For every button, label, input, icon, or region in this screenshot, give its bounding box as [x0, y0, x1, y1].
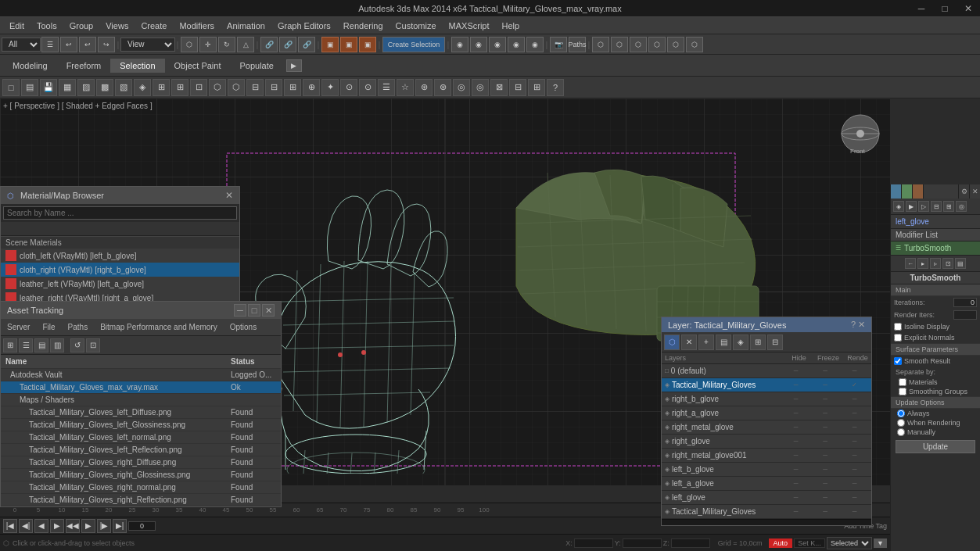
always-radio[interactable] [897, 410, 905, 417]
icon-group21[interactable]: ⊠ [490, 79, 508, 96]
layer-tb-7[interactable]: ⊟ [767, 335, 783, 350]
tab-freeform[interactable]: Freeform [57, 59, 111, 73]
rs-ico-10[interactable]: ⊡ [942, 258, 953, 269]
at-tb-3[interactable]: ▤ [34, 338, 48, 352]
next-frame-btn[interactable]: ▶ [81, 519, 95, 533]
layer-tb-1[interactable]: ⬡ [664, 335, 680, 350]
prev-frame-btn[interactable]: ◀ [34, 519, 48, 533]
menu-modifiers[interactable]: Modifiers [173, 20, 221, 32]
icon-group14[interactable]: ⊙ [359, 79, 376, 96]
filter-dropdown[interactable]: All [2, 38, 41, 52]
menu-group[interactable]: Group [63, 20, 100, 32]
icon-group3[interactable]: ▩ [96, 79, 113, 96]
tb-btn-1[interactable]: ☰ [41, 37, 59, 52]
menu-create[interactable]: Create [135, 20, 173, 32]
layer-row-8[interactable]: ◈left_a_glove─── [662, 477, 871, 491]
asset-row-10[interactable]: Tactical_Military_Gloves_right_Reflectio… [1, 494, 281, 506]
coord-y-input[interactable] [623, 538, 662, 548]
rs-settings-icon[interactable]: ⚙ [958, 184, 969, 199]
at-tb-5[interactable]: ↺ [70, 338, 84, 352]
icon-group7[interactable]: ⊡ [190, 79, 207, 96]
tab-object-paint[interactable]: Object Paint [165, 59, 231, 73]
tb-green-3[interactable]: ▣ [359, 37, 376, 52]
rs-ico-1[interactable]: ◈ [893, 201, 904, 212]
layer-row-2[interactable]: ◈right_b_glove─── [662, 392, 871, 406]
layer-row-1[interactable]: ◈Tactical_Military_Gloves──✓ [662, 378, 871, 392]
icon-save[interactable]: 💾 [40, 79, 57, 96]
icon-mirror[interactable]: ⬡ [228, 79, 245, 96]
layer-question-btn[interactable]: ? [851, 320, 856, 330]
manually-radio[interactable] [897, 428, 905, 436]
materials-checkbox[interactable] [899, 378, 906, 386]
filter-btn[interactable]: ▼ [874, 538, 887, 548]
asset-row-7[interactable]: Tactical_Military_Gloves_right_Diffuse.p… [1, 456, 281, 469]
rs-tab-1[interactable] [891, 184, 902, 199]
asset-row-6[interactable]: Tactical_Military_Gloves_left_Reflection… [1, 444, 281, 456]
rs-ico-4[interactable]: ⊟ [931, 201, 942, 212]
asset-row-5[interactable]: Tactical_Military_Gloves_left_normal.png… [1, 431, 281, 444]
at-menu-paths[interactable]: Paths [62, 321, 95, 333]
tb-green-1[interactable]: ▣ [321, 37, 339, 52]
tab-populate[interactable]: Populate [230, 59, 282, 73]
smooth-checkbox[interactable] [894, 357, 902, 365]
tab-selection[interactable]: Selection [110, 59, 164, 73]
menu-animation[interactable]: Animation [221, 20, 271, 32]
frame-input[interactable] [128, 521, 156, 531]
icon-group12[interactable]: ✦ [321, 79, 339, 96]
layer-tb-3[interactable]: + [698, 335, 714, 350]
rs-close-icon[interactable]: ✕ [969, 184, 980, 199]
prev-key-btn[interactable]: ◀| [19, 519, 33, 533]
layer-row-0[interactable]: □0 (default)─── [662, 364, 871, 378]
auto-key-btn[interactable]: Auto [769, 538, 793, 548]
layer-row-6[interactable]: ◈right_metal_glove001─── [662, 449, 871, 463]
mat-item-0[interactable]: cloth_left (VRayMtl) [left_b_glove] [1, 249, 239, 263]
icon-layer[interactable]: ⊞ [153, 79, 170, 96]
explicit-checkbox[interactable] [894, 334, 902, 342]
rs-ico-6[interactable]: ◎ [956, 201, 967, 212]
icon-group13[interactable]: ⊙ [340, 79, 357, 96]
maximize-button[interactable]: □ [933, 0, 957, 17]
at-close-btn[interactable]: ✕ [262, 304, 275, 317]
coord-z-input[interactable] [671, 538, 710, 548]
mat-item-2[interactable]: leather_left (VRayMtl) [left_a_glove] [1, 277, 239, 291]
material-browser-search[interactable] [3, 206, 237, 220]
menu-graph-editors[interactable]: Graph Editors [271, 20, 337, 32]
menu-edit[interactable]: Edit [3, 20, 31, 32]
at-menu-server[interactable]: Server [1, 321, 36, 333]
asset-row-3[interactable]: Tactical_Military_Gloves_left_Diffuse.pn… [1, 406, 281, 419]
minimize-button[interactable]: ─ [910, 0, 933, 17]
key-start-btn[interactable]: |◀ [3, 519, 17, 533]
at-menu-options[interactable]: Options [224, 321, 263, 333]
layer-row-9[interactable]: ◈left_glove─── [662, 491, 871, 505]
menu-maxscript[interactable]: MAXScript [443, 20, 496, 32]
icon-group1[interactable]: ▦ [59, 79, 76, 96]
asset-row-4[interactable]: Tactical_Military_Gloves_left_Glossiness… [1, 419, 281, 431]
turbosmooth-modifier[interactable]: ☰ TurboSmooth [891, 242, 980, 256]
create-selection-btn[interactable]: Create Selection [382, 37, 445, 52]
scale-btn[interactable]: △ [237, 37, 254, 52]
tb-misc-1[interactable]: ◉ [451, 37, 468, 52]
rs-tab-3[interactable] [913, 184, 924, 199]
material-browser-close[interactable]: ✕ [225, 190, 233, 201]
asset-row-0[interactable]: Autodesk VaultLogged O... [1, 369, 281, 381]
close-button[interactable]: ✕ [957, 0, 980, 17]
render-btn-4[interactable]: ⬡ [648, 37, 666, 52]
icon-group9[interactable]: ⊟ [265, 79, 282, 96]
icon-group15[interactable]: ☰ [378, 79, 395, 96]
layer-tb-2[interactable]: ✕ [681, 335, 697, 350]
menu-rendering[interactable]: Rendering [337, 20, 389, 32]
layer-row-10[interactable]: ◈Tactical_Military_Gloves─── [662, 505, 871, 519]
isoline-checkbox[interactable] [894, 323, 902, 331]
viewport-gizmo[interactable]: Front [839, 113, 882, 156]
layer-close-btn[interactable]: ✕ [858, 320, 865, 330]
at-tb-1[interactable]: ⊞ [3, 338, 17, 352]
menu-tools[interactable]: Tools [31, 20, 63, 32]
layer-row-3[interactable]: ◈right_a_glove─── [662, 406, 871, 420]
screenshot-btn[interactable]: 📷 [550, 37, 567, 52]
redo-btn[interactable]: ↪ [98, 37, 115, 52]
rs-ico-7[interactable]: ← [905, 258, 916, 269]
icon-group22[interactable]: ⊟ [509, 79, 526, 96]
layer-tb-6[interactable]: ⊞ [750, 335, 766, 350]
layer-tb-4[interactable]: ▤ [716, 335, 731, 350]
mat-item-1[interactable]: cloth_right (VRayMtl) [right_b_glove] [1, 263, 239, 277]
